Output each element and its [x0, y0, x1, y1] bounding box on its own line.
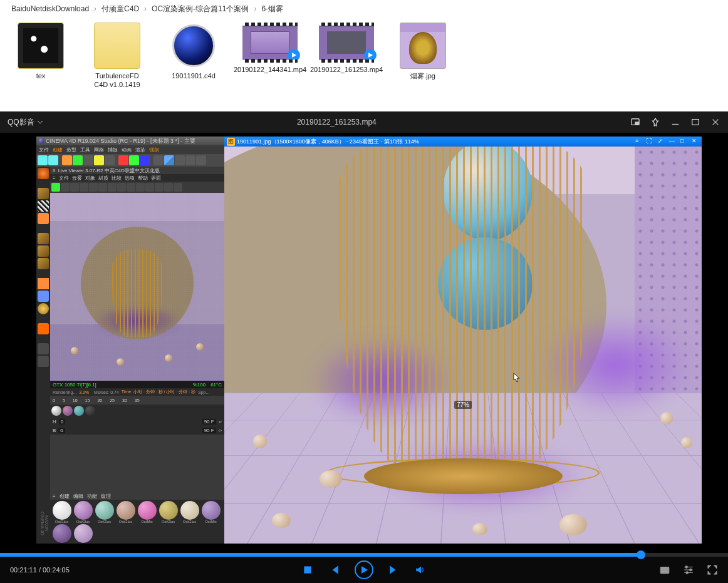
app-name[interactable]: QQ影音	[8, 117, 43, 128]
image-icon	[400, 23, 446, 69]
c4d-titlebar: CINEMA 4D R19.024 Studio (RC - R19) - [未…	[36, 137, 224, 145]
c4d-menubar: 文件创建造型工具网格捕捉动画渲染强刻	[36, 145, 224, 154]
material-item	[73, 524, 93, 543]
material-item: OctGlos	[115, 501, 136, 524]
mouse-cursor-icon	[511, 373, 521, 384]
video-icon	[319, 23, 374, 63]
material-item	[51, 524, 72, 543]
material-item: OctGlos	[51, 501, 72, 524]
folder-tex[interactable]: tex	[13, 23, 69, 104]
iv-menu-icon: ≡	[635, 138, 643, 145]
svg-marker-0	[292, 53, 296, 58]
video-player-window: QQ影音 20190122_161253.mp4 CINEMA 4D R19.0…	[0, 111, 728, 583]
crumb-2[interactable]: OC渲染案例-综合篇11个案例	[152, 4, 249, 14]
volume-button[interactable]	[415, 564, 426, 575]
svg-point-15	[690, 569, 692, 570]
material-item: OctMix	[200, 501, 221, 524]
play-button[interactable]	[355, 560, 373, 579]
svg-rect-3	[635, 122, 638, 125]
pin-button[interactable]	[650, 117, 660, 127]
material-item: OctMix	[137, 501, 157, 524]
folder-turbulencefd[interactable]: TurbulenceFD C4D v1.0.1419	[89, 23, 145, 104]
c4d-toolbar	[36, 154, 224, 167]
render-status: Rendering...3.2%Ms/sec: 0.74Time: 小时 : 分…	[50, 388, 224, 396]
crumb-3[interactable]: 6-烟雾	[261, 4, 283, 14]
svg-point-14	[685, 566, 687, 568]
svg-point-16	[686, 572, 688, 574]
minimize-button[interactable]	[670, 117, 680, 127]
maxon-logo: MAXONCINEMA 4D	[38, 505, 49, 542]
folder-icon	[94, 23, 140, 69]
render-viewport	[50, 193, 224, 381]
svg-marker-1	[368, 53, 373, 58]
material-item: OctGlos	[94, 501, 115, 524]
file-c4d[interactable]: 19011901.c4d	[165, 23, 222, 104]
player-titlebar: QQ影音 20190122_161253.mp4	[0, 111, 728, 133]
folder-icon	[18, 23, 64, 69]
prev-button[interactable]	[328, 564, 340, 575]
iv-minimize-icon: —	[669, 138, 677, 145]
image-viewer-titlebar: 图 19011901.jpg（1500×1800像素，406KB） - 2345…	[224, 137, 702, 147]
fullscreen-button[interactable]	[707, 564, 718, 575]
material-item: OctGlos	[73, 501, 93, 524]
image-content: 77%	[224, 147, 702, 544]
file-grid: tex TurbulenceFD C4D v1.0.1419 19011901.…	[0, 18, 728, 109]
time-display: 00:21:11 / 00:24:05	[10, 566, 70, 574]
iv-fullscreen-icon: ⤢	[658, 138, 665, 145]
c4d-left-toolbar	[36, 167, 50, 544]
iv-maximize-icon: □	[680, 138, 688, 145]
material-item: OctGlos	[179, 501, 200, 524]
stop-button[interactable]	[302, 564, 313, 575]
svg-point-10	[663, 569, 667, 572]
c4d-timeline: 05101520253035	[50, 396, 224, 405]
svg-rect-8	[304, 566, 311, 573]
crumb-1[interactable]: 付顽童C4D	[101, 4, 139, 14]
video-icon	[242, 23, 298, 63]
close-button[interactable]	[710, 117, 720, 127]
live-viewer-panel: ≡Live Viewer 3.07-R2 中英C4D联盟中文汉化版 ≡文件云雾对…	[50, 167, 224, 417]
player-controls: 00:21:11 / 00:24:05	[0, 557, 728, 583]
c4d-window: CINEMA 4D R19.024 Studio (RC - R19) - [未…	[36, 137, 224, 544]
current-file-label: 20190122_161253.mp4	[43, 118, 630, 126]
next-button[interactable]	[388, 564, 400, 575]
file-video-1[interactable]: 20190122_144341.mp4	[242, 23, 298, 104]
video-content[interactable]: CINEMA 4D R19.024 Studio (RC - R19) - [未…	[0, 133, 728, 553]
crumb-0[interactable]: BaiduNetdiskDownload	[11, 4, 89, 13]
breadcrumb: BaiduNetdiskDownload› 付顽童C4D› OC渲染案例-综合篇…	[0, 0, 728, 18]
chevron-down-icon	[37, 119, 43, 125]
pip-button[interactable]	[630, 117, 640, 127]
file-image[interactable]: 烟雾.jpg	[395, 23, 451, 104]
maximize-button[interactable]	[690, 117, 700, 127]
material-item: OctGlos	[158, 501, 179, 524]
file-video-2[interactable]: 20190122_161253.mp4	[318, 23, 375, 104]
seek-bar[interactable]	[0, 553, 728, 557]
iv-expand-icon: ⛶	[647, 138, 654, 145]
progress-indicator: 77%	[454, 401, 472, 409]
screenshot-button[interactable]	[659, 564, 670, 575]
image-viewer-window: 图 19011901.jpg（1500×1800像素，406KB） - 2345…	[224, 137, 702, 544]
c4d-icon	[170, 23, 217, 69]
settings-button[interactable]	[683, 564, 694, 575]
gpu-status: GTX 1050 Ti[T][6.1]%10061°C	[50, 381, 224, 388]
iv-close-icon: ✕	[692, 138, 699, 145]
svg-rect-5	[692, 120, 699, 125]
material-browser: ≡创建编辑功能纹理 OctGlosOctGlosOctGlosOctGlosOc…	[50, 492, 224, 544]
